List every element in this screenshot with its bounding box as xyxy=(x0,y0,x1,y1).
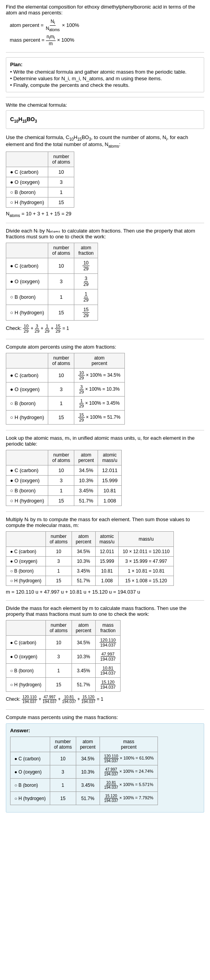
element-carbon-7: ● C (carbon) xyxy=(10,752,50,765)
n-oxygen-5: 3 xyxy=(46,557,72,566)
n-carbon-7: 10 xyxy=(50,752,76,765)
plan-step-3: • Finally, compute the percents and chec… xyxy=(10,82,200,88)
n-oxygen-3: 3 xyxy=(48,382,74,397)
table4-header-pct: atompercent xyxy=(74,450,98,465)
divide-text: Divide each Nᵢ by Nₐₜₒₘₛ to calculate at… xyxy=(6,228,204,240)
n-hydrogen-3: 15 xyxy=(48,411,74,425)
table6-header-natoms: numberof atoms xyxy=(46,620,72,636)
mpct-carbon-7: 120.110194.037 × 100% = 61.90% xyxy=(100,752,158,765)
table-row: ○ H (hydrogen) 15 51.7% 1.008 15 × 1.008… xyxy=(6,576,174,586)
element-oxygen-6: ● O (oxygen) xyxy=(6,650,46,664)
table-row: ● C (carbon) 10 1029 × 100% = 34.5% xyxy=(6,368,125,382)
table2-header-element xyxy=(6,243,48,258)
n-hydrogen-6: 15 xyxy=(46,678,72,692)
table-row: ● O (oxygen) 3 10.3% 47.997194.037 × 100… xyxy=(10,765,158,779)
pct-carbon-7: 34.5% xyxy=(76,752,100,765)
element-boron-7: ○ B (boron) xyxy=(10,779,50,792)
mass-oxygen-5: 15.999 xyxy=(95,557,119,566)
element-boron-6: ○ B (boron) xyxy=(6,664,46,678)
mass-hydrogen-4: 1.008 xyxy=(98,496,122,506)
table-row: ○ B (boron) 1 3.45% 10.81194.037 × 100% … xyxy=(10,779,158,792)
table2-header-natoms: numberof atoms xyxy=(48,243,74,258)
table-row: ○ H (hydrogen) 15 51.7% 15.120194.037 xyxy=(6,678,121,692)
pct-carbon-5: 34.5% xyxy=(72,547,95,557)
mass-percents-section: Compute mass percents using the mass fra… xyxy=(6,714,204,813)
divider-1 xyxy=(6,52,204,53)
table1-header-element xyxy=(6,152,48,167)
divider-7 xyxy=(6,600,204,601)
table-row: ● C (carbon) 10 xyxy=(6,167,74,177)
n-carbon-1: 10 xyxy=(48,167,74,177)
element-boron-4: ○ B (boron) xyxy=(6,486,48,496)
frac-carbon-2: 1029 xyxy=(74,258,98,274)
table-row: ○ B (boron) 1 3.45% 10.81 xyxy=(6,486,122,496)
element-carbon-1: ● C (carbon) xyxy=(6,167,48,177)
n-carbon-4: 10 xyxy=(48,465,74,476)
table7-header-mpct: masspercent xyxy=(100,737,158,752)
atom-fractions-section: Divide each Nᵢ by Nₐₜₒₘₛ to calculate at… xyxy=(6,228,204,333)
compute-mass-text: Compute mass percents using the mass fra… xyxy=(6,714,204,720)
n-boron-5: 1 xyxy=(46,566,72,576)
frac-oxygen-2: 329 xyxy=(74,274,98,289)
mass-hydrogen-5: 1.008 xyxy=(95,576,119,586)
table-row: ● O (oxygen) 3 10.3% 47.997194.037 xyxy=(6,650,121,664)
element-hydrogen-6: ○ H (hydrogen) xyxy=(6,678,46,692)
element-oxygen-1: ● O (oxygen) xyxy=(6,177,48,187)
element-boron-1: ○ B (boron) xyxy=(6,187,48,197)
intro-section: Find the elemental composition for ethox… xyxy=(6,4,204,47)
divider-3 xyxy=(6,223,204,223)
plan-label: Plan: xyxy=(10,62,200,67)
pct-oxygen-6: 10.3% xyxy=(72,650,95,664)
molecular-mass-section: Multiply Nᵢ by mᵢ to compute the mass fo… xyxy=(6,516,204,595)
check-2: Check: 120.110194.037 + 47.997194.037 + … xyxy=(6,695,204,704)
massu-hydrogen-5: 15 × 1.008 = 15.120 xyxy=(119,576,174,586)
pct-carbon-6: 34.5% xyxy=(72,636,95,650)
n-oxygen-4: 3 xyxy=(48,476,74,486)
table-row: ○ H (hydrogen) 15 1529 xyxy=(6,305,98,321)
element-hydrogen-5: ○ H (hydrogen) xyxy=(6,576,46,586)
element-hydrogen-2: ○ H (hydrogen) xyxy=(6,305,48,321)
mass-percent-formula: mass percent = nimim × 100% xyxy=(10,34,204,47)
n-oxygen-6: 3 xyxy=(46,650,72,664)
chemical-formula-label: Write the chemical formula: xyxy=(6,102,204,108)
element-oxygen-2: ● O (oxygen) xyxy=(6,274,48,289)
intro-title: Find the elemental composition for ethox… xyxy=(6,4,204,16)
table-row: ● C (carbon) 10 1029 xyxy=(6,258,98,274)
n-hydrogen-7: 15 xyxy=(50,792,76,805)
divider-8 xyxy=(6,709,204,710)
n-oxygen-1: 3 xyxy=(48,177,74,187)
element-oxygen-3: ● O (oxygen) xyxy=(6,382,48,397)
lookup-text: Look up the atomic mass, mᵢ, in unified … xyxy=(6,435,204,447)
n-boron-6: 1 xyxy=(46,664,72,678)
mass-carbon-5: 12.011 xyxy=(95,547,119,557)
table3-header-pct: atompercent xyxy=(74,353,124,368)
pct-boron-7: 3.45% xyxy=(76,779,100,792)
table5-header-element xyxy=(6,532,46,547)
table2-header-frac: atomfraction xyxy=(74,243,98,258)
atomic-mass-section: Look up the atomic mass, mᵢ, in unified … xyxy=(6,435,204,506)
table6-header-frac: massfraction xyxy=(95,620,121,636)
n-boron-7: 1 xyxy=(50,779,76,792)
table-row: ○ B (boron) 1 129 xyxy=(6,289,98,305)
element-carbon-4: ● C (carbon) xyxy=(6,465,48,476)
table1-header-natoms: numberof atoms xyxy=(48,152,74,167)
n-boron-2: 1 xyxy=(48,289,74,305)
atom-percents-section: Compute atom percents using the atom fra… xyxy=(6,344,204,425)
element-oxygen-4: ● O (oxygen) xyxy=(6,476,48,486)
table-3: numberof atoms atompercent ● C (carbon) … xyxy=(6,353,125,425)
answer-box: Answer: numberof atoms atompercent massp… xyxy=(6,723,204,813)
m-equation: m = 120.110 u + 47.997 u + 10.81 u + 15.… xyxy=(6,589,204,595)
table7-header-natoms: numberof atoms xyxy=(50,737,76,752)
mpct-hydrogen-7: 15.120194.037 × 100% = 7.792% xyxy=(100,792,158,805)
pct-boron-5: 3.45% xyxy=(72,566,95,576)
n-carbon-6: 10 xyxy=(46,636,72,650)
massu-boron-5: 1 × 10.81 = 10.81 xyxy=(119,566,174,576)
table-5: numberof atoms atompercent atomicmass/u … xyxy=(6,531,174,586)
plan-step-2: • Determine values for N_i, m_i, N_atoms… xyxy=(10,76,200,81)
mpct-boron-7: 10.81194.037 × 100% = 5.571% xyxy=(100,779,158,792)
table-4: numberof atoms atompercent atomicmass/u … xyxy=(6,450,122,506)
n-boron-1: 1 xyxy=(48,187,74,197)
table-row: ○ H (hydrogen) 15 51.7% 1.008 xyxy=(6,496,122,506)
plan-step-1: • Write the chemical formula and gather … xyxy=(10,69,200,75)
divider-6 xyxy=(6,511,204,512)
